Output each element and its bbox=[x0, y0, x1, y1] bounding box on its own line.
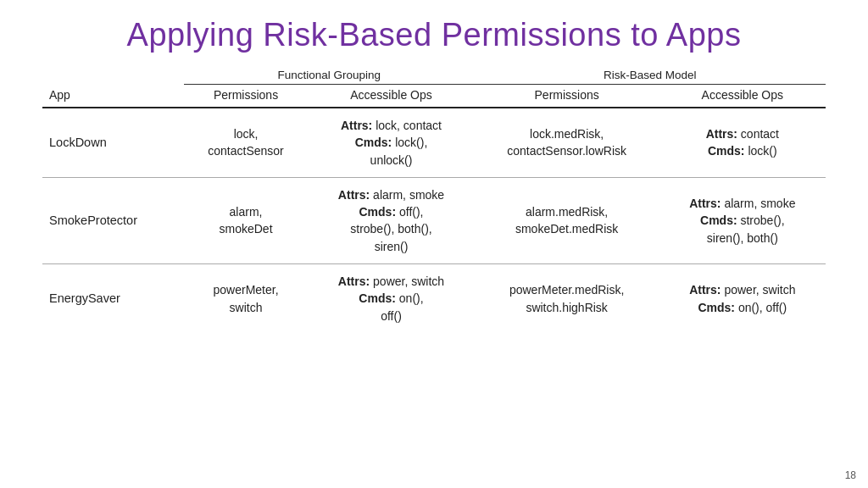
col-app: App bbox=[42, 85, 184, 108]
cell-fg-permissions: lock, contactSensor bbox=[184, 108, 309, 177]
table-row: SmokeProtectoralarm, smokeDetAttrs: alar… bbox=[42, 177, 826, 263]
table-row: LockDownlock, contactSensorAttrs: lock, … bbox=[42, 108, 826, 177]
cell-rb-permissions: powerMeter.medRisk, switch.highRisk bbox=[475, 264, 659, 333]
cell-app-name: EnergySaver bbox=[42, 264, 184, 333]
cell-fg-permissions: powerMeter, switch bbox=[184, 264, 309, 333]
fg-attrs-value: alarm, smoke bbox=[373, 188, 444, 202]
rb-attrs-value: contact bbox=[741, 127, 779, 141]
page-number: 18 bbox=[845, 469, 856, 481]
slide: Applying Risk-Based Permissions to Apps … bbox=[0, 0, 868, 488]
slide-title: Applying Risk-Based Permissions to Apps bbox=[127, 17, 742, 53]
empty-header bbox=[42, 69, 184, 85]
rb-attrs-value: power, switch bbox=[724, 283, 795, 297]
rb-cmds-label: Cmds: bbox=[698, 301, 737, 314]
group-header-row: Functional Grouping Risk-Based Model bbox=[42, 69, 826, 85]
functional-grouping-header: Functional Grouping bbox=[184, 69, 475, 85]
col-accessible-ops-2: Accessible Ops bbox=[659, 85, 826, 108]
rb-cmds-value: on(), off() bbox=[738, 301, 787, 314]
table-row: EnergySaverpowerMeter, switchAttrs: powe… bbox=[42, 264, 826, 333]
cell-fg-accessible-ops: Attrs: lock, contactCmds: lock(), unlock… bbox=[308, 108, 474, 177]
fg-cmds-label: Cmds: bbox=[355, 136, 395, 149]
cell-rb-permissions: lock.medRisk, contactSensor.lowRisk bbox=[475, 108, 659, 177]
cell-rb-accessible-ops: Attrs: contactCmds: lock() bbox=[659, 108, 826, 177]
cell-fg-accessible-ops: Attrs: power, switchCmds: on(), off() bbox=[308, 264, 474, 333]
col-permissions-2: Permissions bbox=[475, 85, 659, 108]
fg-attrs-label: Attrs: bbox=[338, 274, 373, 288]
cell-app-name: LockDown bbox=[42, 108, 184, 177]
rb-cmds-label: Cmds: bbox=[700, 214, 740, 227]
fg-cmds-label: Cmds: bbox=[359, 291, 398, 305]
rb-attrs-label: Attrs: bbox=[689, 283, 724, 297]
permissions-table: Functional Grouping Risk-Based Model App… bbox=[42, 69, 826, 333]
col-header-row: App Permissions Accessible Ops Permissio… bbox=[42, 85, 826, 108]
rb-attrs-label: Attrs: bbox=[689, 197, 724, 210]
fg-attrs-label: Attrs: bbox=[341, 119, 376, 132]
cell-fg-permissions: alarm, smokeDet bbox=[184, 177, 309, 263]
risk-based-model-header: Risk-Based Model bbox=[475, 69, 826, 85]
cell-fg-accessible-ops: Attrs: alarm, smokeCmds: off(), strobe()… bbox=[308, 177, 474, 263]
col-permissions-1: Permissions bbox=[184, 85, 309, 108]
table-container: Functional Grouping Risk-Based Model App… bbox=[42, 69, 826, 333]
rb-attrs-label: Attrs: bbox=[706, 127, 741, 141]
cell-rb-accessible-ops: Attrs: power, switchCmds: on(), off() bbox=[659, 264, 826, 333]
table-body: LockDownlock, contactSensorAttrs: lock, … bbox=[42, 108, 826, 333]
cell-rb-permissions: alarm.medRisk, smokeDet.medRisk bbox=[475, 177, 659, 263]
cell-rb-accessible-ops: Attrs: alarm, smokeCmds: strobe(), siren… bbox=[659, 177, 826, 263]
rb-attrs-value: alarm, smoke bbox=[724, 197, 795, 210]
fg-attrs-value: power, switch bbox=[373, 274, 444, 288]
cell-app-name: SmokeProtector bbox=[42, 177, 184, 263]
fg-attrs-label: Attrs: bbox=[338, 188, 373, 202]
rb-cmds-value: lock() bbox=[748, 144, 776, 158]
rb-cmds-label: Cmds: bbox=[708, 144, 748, 158]
fg-cmds-label: Cmds: bbox=[359, 205, 399, 219]
col-accessible-ops-1: Accessible Ops bbox=[308, 85, 474, 108]
fg-attrs-value: lock, contact bbox=[376, 119, 442, 132]
